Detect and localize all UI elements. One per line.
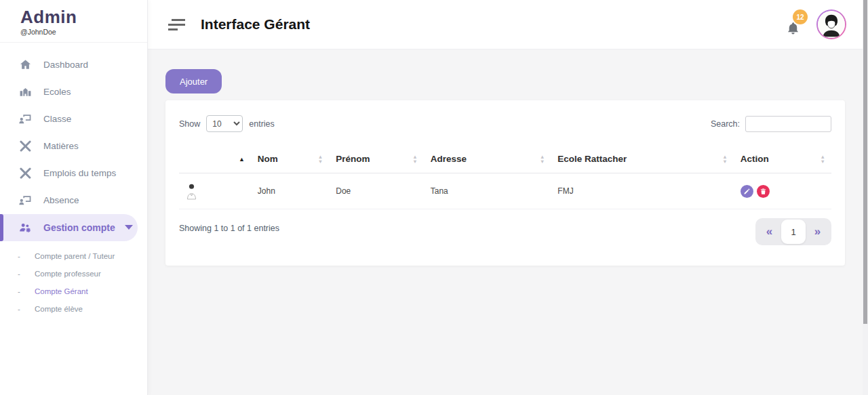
sidebar-item-label: Gestion compte: [43, 222, 115, 233]
search-label: Search:: [711, 119, 740, 129]
scrollbar-thumb[interactable]: [863, 0, 867, 324]
table-card: Show 10 entries Search: ▲: [165, 100, 845, 266]
cell-ecole: FMJ: [551, 173, 733, 209]
cell-image: [179, 173, 251, 209]
sort-icon: ▲▼: [540, 155, 545, 164]
sidebar-item-label: Matières: [43, 141, 79, 151]
home-icon: [19, 58, 32, 71]
column-header-action[interactable]: Action ▲▼: [734, 146, 831, 173]
cell-prenom: Doe: [329, 173, 423, 209]
sort-icon: ▲▼: [722, 155, 727, 164]
search-input[interactable]: [745, 116, 831, 132]
entries-select[interactable]: 10: [206, 115, 243, 132]
sidebar-item-label: Ecoles: [43, 87, 71, 97]
page-title: Interface Gérant: [201, 16, 310, 33]
column-header-ecole[interactable]: Ecole Rattacher ▲▼: [551, 146, 733, 173]
chevron-down-icon: [125, 225, 133, 230]
cell-adresse: Tana: [424, 173, 551, 209]
sort-icon: ▲▼: [318, 155, 323, 164]
table-header-row: ▲ Nom ▲▼ Prénom ▲▼ Adresse ▲▼: [179, 146, 831, 173]
add-button[interactable]: Ajouter: [165, 69, 222, 93]
page-length-control: Show 10 entries: [179, 115, 275, 132]
sidebar-header: Admin @JohnDoe: [0, 0, 147, 43]
search-control: Search:: [711, 116, 831, 132]
avatar-image: [818, 11, 845, 38]
app-title: Admin: [20, 7, 136, 27]
table-controls: Show 10 entries Search:: [179, 115, 831, 132]
sidebar-menu: Dashboard Ecoles Classe Matières Emplois: [0, 43, 147, 318]
dash-bullet: -: [18, 305, 35, 313]
sidebar-submenu: - Compte parent / Tuteur - Compte profes…: [0, 241, 147, 318]
chalkboard-user-icon: [19, 194, 32, 207]
cell-nom: John: [251, 173, 329, 209]
entries-info: Showing 1 to 1 of 1 entries: [179, 224, 279, 233]
next-page-button[interactable]: »: [806, 218, 829, 245]
pen-ruler-icon: [19, 140, 32, 152]
column-header-image[interactable]: ▲: [179, 146, 251, 173]
chalkboard-user-icon: [19, 112, 32, 125]
pen-ruler-icon: [19, 167, 32, 180]
table-footer: Showing 1 to 1 of 1 entries « 1 »: [179, 218, 831, 245]
cell-action: [734, 173, 831, 209]
submenu-item-compte-parent[interactable]: - Compte parent / Tuteur: [0, 247, 147, 265]
main-content: Ajouter Show 10 entries Search:: [148, 49, 863, 395]
sidebar-item-matieres[interactable]: Matières: [0, 133, 147, 160]
sidebar-item-classe[interactable]: Classe: [0, 106, 147, 133]
sort-icon: ▲▼: [412, 155, 417, 164]
sort-icon: ▲▼: [821, 155, 825, 164]
column-header-adresse[interactable]: Adresse ▲▼: [424, 146, 551, 173]
sidebar-item-gestion-compte[interactable]: Gestion compte: [0, 214, 138, 241]
top-header: Interface Gérant 12: [148, 0, 868, 49]
pagination: « 1 »: [755, 218, 831, 245]
trash-icon: [760, 188, 767, 195]
menu-toggle-icon[interactable]: [168, 19, 185, 30]
users-gear-icon: [19, 221, 32, 234]
row-avatar: [186, 182, 244, 201]
sidebar-item-label: Absence: [43, 195, 79, 205]
submenu-item-label: Compte élève: [35, 305, 83, 313]
dash-bullet: -: [18, 270, 35, 278]
delete-button[interactable]: [757, 185, 770, 198]
submenu-item-label: Compte parent / Tuteur: [35, 252, 115, 260]
header-actions: 12: [785, 9, 846, 39]
sidebar-item-label: Dashboard: [43, 60, 88, 70]
data-table: ▲ Nom ▲▼ Prénom ▲▼ Adresse ▲▼: [179, 146, 831, 209]
sort-asc-icon: ▲: [239, 156, 245, 163]
edit-button[interactable]: [741, 185, 753, 198]
sidebar-item-emplois[interactable]: Emplois du temps: [0, 160, 147, 187]
sidebar-item-label: Emplois du temps: [43, 168, 116, 178]
page-1-button[interactable]: 1: [781, 220, 806, 244]
pencil-icon: [743, 188, 751, 195]
submenu-item-compte-gerant[interactable]: - Compte Gérant: [0, 283, 147, 300]
school-icon: [19, 85, 32, 98]
submenu-item-label: Compte Gérant: [35, 287, 88, 295]
sidebar: Admin @JohnDoe Dashboard Ecoles Classe: [0, 0, 148, 395]
dash-bullet: -: [18, 252, 35, 260]
sidebar-item-absence[interactable]: Absence: [0, 187, 147, 214]
sidebar-item-ecoles[interactable]: Ecoles: [0, 79, 147, 106]
sidebar-item-dashboard[interactable]: Dashboard: [0, 51, 147, 79]
dash-bullet: -: [18, 287, 35, 295]
username: @JohnDoe: [20, 28, 136, 36]
show-label: Show: [179, 119, 200, 129]
notification-badge: 12: [793, 9, 808, 24]
active-indicator: [0, 214, 3, 241]
table-row: John Doe Tana FMJ: [179, 173, 831, 209]
column-header-nom[interactable]: Nom ▲▼: [251, 146, 329, 173]
notifications-button[interactable]: 12: [785, 18, 803, 37]
sidebar-item-label: Classe: [43, 114, 71, 124]
submenu-item-label: Compte professeur: [35, 270, 101, 278]
submenu-item-compte-eleve[interactable]: - Compte élève: [0, 300, 147, 318]
vertical-scrollbar[interactable]: [863, 0, 868, 395]
submenu-item-compte-professeur[interactable]: - Compte professeur: [0, 265, 147, 283]
avatar[interactable]: [816, 9, 846, 39]
column-header-prenom[interactable]: Prénom ▲▼: [329, 146, 423, 173]
entries-label: entries: [249, 119, 275, 129]
previous-page-button[interactable]: «: [757, 218, 781, 245]
